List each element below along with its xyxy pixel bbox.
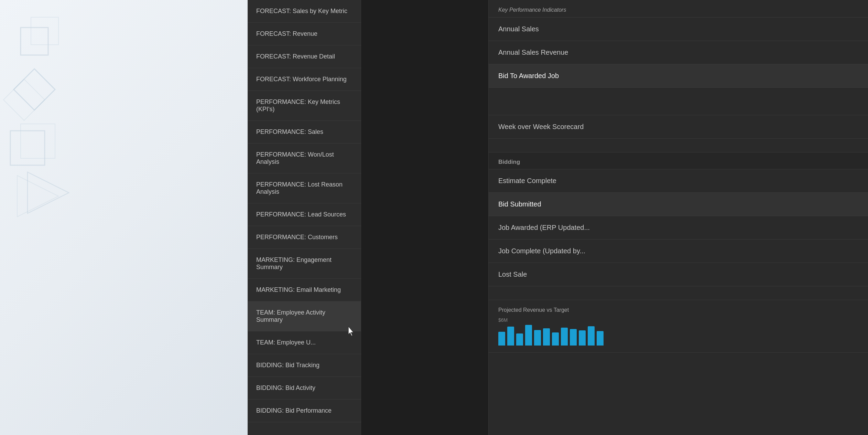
bidding-item[interactable]: Estimate Complete bbox=[489, 169, 868, 193]
list-panel[interactable]: FORECAST: Sales by Key MetricFORECAST: R… bbox=[248, 0, 361, 435]
bidding-item[interactable]: Job Complete (Updated by... bbox=[489, 240, 868, 263]
chart-bar bbox=[561, 328, 568, 346]
list-item[interactable]: PERFORMANCE: Lead Sources bbox=[248, 203, 361, 226]
chart-bar bbox=[579, 330, 586, 346]
svg-marker-2 bbox=[14, 69, 55, 110]
right-panel-item[interactable]: Bid To Awarded Job bbox=[489, 64, 868, 88]
chart-bar-container bbox=[498, 325, 858, 346]
right-panel-spacer2 bbox=[489, 139, 868, 152]
right-panel-item[interactable]: Annual Sales Revenue bbox=[489, 41, 868, 64]
bidding-section-title: Bidding bbox=[489, 152, 868, 169]
chart-bar bbox=[498, 332, 505, 346]
chart-y-label: $6M bbox=[498, 317, 858, 323]
hero-section bbox=[0, 0, 248, 435]
scorecard-item[interactable]: Week over Week Scorecard bbox=[489, 115, 868, 139]
chart-bar bbox=[588, 326, 595, 346]
chart-bar bbox=[570, 329, 577, 346]
bidding-item[interactable]: Bid Submitted bbox=[489, 193, 868, 216]
list-item[interactable]: TEAM: Employee Activity Summary bbox=[248, 301, 361, 331]
svg-marker-1 bbox=[31, 17, 58, 45]
list-item[interactable]: BIDDING: Bid Tracking bbox=[248, 354, 361, 377]
chart-bar bbox=[525, 325, 532, 346]
list-item[interactable]: FORECAST: Sales by Key Metric bbox=[248, 0, 361, 23]
gap-panel bbox=[361, 0, 488, 435]
list-item[interactable]: FORECAST: Revenue bbox=[248, 23, 361, 45]
right-panel[interactable]: Key Performance IndicatorsAnnual SalesAn… bbox=[488, 0, 868, 435]
right-panel-item[interactable]: Annual Sales bbox=[489, 18, 868, 41]
chart-bar bbox=[516, 333, 523, 346]
bidding-item[interactable]: Job Awarded (ERP Updated... bbox=[489, 216, 868, 240]
list-item[interactable]: PERFORMANCE: Won/Lost Analysis bbox=[248, 144, 361, 173]
list-item[interactable]: FORECAST: Workforce Planning bbox=[248, 68, 361, 91]
list-item[interactable]: MARKETING: Email Marketing bbox=[248, 279, 361, 301]
list-item[interactable]: PERFORMANCE: Sales bbox=[248, 121, 361, 144]
svg-rect-5 bbox=[21, 124, 55, 158]
chart-bar bbox=[552, 332, 559, 346]
chart-preview: Projected Revenue vs Target$6M bbox=[489, 300, 868, 353]
list-item[interactable]: MARKETING: Engagement Summary bbox=[248, 249, 361, 279]
svg-marker-3 bbox=[3, 79, 45, 120]
chart-bar bbox=[597, 331, 604, 346]
list-item[interactable]: BIDDING: Bid Activity bbox=[248, 377, 361, 400]
right-panel-spacer bbox=[489, 88, 868, 115]
chart-bar bbox=[543, 328, 550, 346]
list-item[interactable]: PERFORMANCE: Key Metrics (KPI's) bbox=[248, 91, 361, 121]
chart-label: Projected Revenue vs Target bbox=[498, 307, 858, 313]
svg-marker-7 bbox=[17, 176, 58, 217]
list-item[interactable]: FORECAST: Revenue Detail bbox=[248, 45, 361, 68]
list-item[interactable]: PERFORMANCE: Customers bbox=[248, 226, 361, 249]
bidding-item[interactable]: Lost Sale bbox=[489, 263, 868, 286]
right-section-header: Key Performance Indicators bbox=[489, 0, 868, 18]
svg-marker-6 bbox=[28, 172, 69, 213]
right-panel-spacer3 bbox=[489, 286, 868, 300]
list-item[interactable]: BIDDING: Bid Performance bbox=[248, 400, 361, 422]
hero-text-container bbox=[103, 203, 144, 232]
svg-marker-0 bbox=[21, 28, 48, 55]
chart-bar bbox=[534, 330, 541, 346]
chart-bar bbox=[507, 327, 514, 346]
list-item[interactable]: TEAM: Employee U... bbox=[248, 331, 361, 354]
svg-rect-4 bbox=[10, 131, 45, 165]
list-item[interactable]: PERFORMANCE: Lost Reason Analysis bbox=[248, 173, 361, 203]
